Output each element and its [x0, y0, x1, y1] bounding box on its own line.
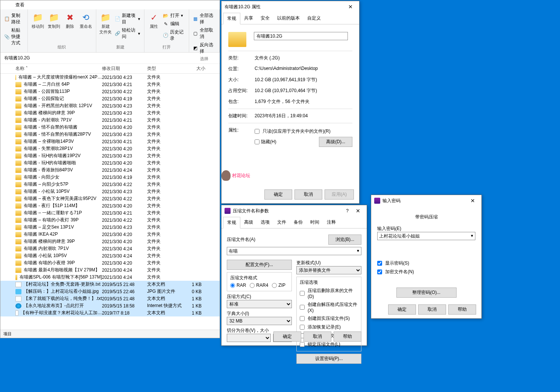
file-row[interactable]: 有喵酱 楼梯间的肆意 39P2021/3/30 4:20文件夹 [0, 238, 220, 245]
opt-solid[interactable] [300, 316, 305, 321]
tab-4[interactable]: 备份 [290, 217, 307, 229]
show-password-checkbox[interactable] [377, 261, 382, 266]
file-row[interactable]: 有喵酱 - 香港旅拍84P3V2021/3/30 4:24文件夹 [0, 166, 220, 174]
copy-to-button[interactable]: 📁复制到 [46, 11, 62, 30]
tab-4[interactable]: 自定义 [304, 13, 325, 24]
file-row[interactable]: 【村花论坛】全免费-无套路-更新快.txt2019/5/15 21:48文本文档… [0, 281, 220, 288]
opt-sfx[interactable] [300, 305, 305, 310]
file-row[interactable]: 【来了就能下载的论坛，纯免费！】.txt2019/5/15 21:48文本文档1… [0, 295, 220, 302]
ok-button[interactable]: 确定 [273, 331, 301, 342]
cancel-button[interactable]: 取消 [294, 189, 322, 200]
tab-2[interactable]: 选项 [257, 217, 273, 229]
copy-path[interactable]: 📋复制路径 [3, 12, 25, 26]
file-row[interactable]: 【有种子却没速度？来村花论坛人工加…2019/7/7 8:18文本文档1 KB [0, 309, 220, 316]
format-zip[interactable]: ZIP [272, 283, 285, 288]
file-row[interactable]: 有喵酱 – 一緒に運動する71P2021/3/30 4:21文件夹 [0, 209, 220, 216]
column-size[interactable]: 大小 [187, 65, 205, 72]
file-row[interactable]: 有喵酱SPL-006 有喵型靴下本[56P 137M]2021/3/30 4:2… [0, 274, 220, 281]
breadcrumb[interactable]: 有喵酱10.2G [0, 53, 220, 64]
select-none[interactable]: ▢全部取消 [191, 26, 217, 41]
file-row[interactable]: 有喵酱 - 内射潮吹 7P1V2021/3/30 4:21文件夹 [0, 117, 220, 124]
column-date[interactable]: 修改日期 [102, 65, 147, 72]
file-row[interactable]: 有喵酱 - 开档黑丝内射潮吹 12P1V2021/3/30 4:23文件夹 [0, 102, 220, 109]
dict-select[interactable]: 32 MB [227, 317, 292, 325]
dropdown-icon[interactable]: ▾ [357, 248, 359, 253]
readonly-checkbox[interactable] [255, 129, 260, 134]
cancel-button[interactable]: 取消 [418, 304, 446, 315]
delete-button[interactable]: ✖删除 [62, 11, 77, 30]
help-button[interactable]: 帮助 [448, 304, 476, 315]
file-row[interactable]: 有喵酱 – 足交Sex 13P1V2021/3/30 4:23文件夹 [0, 224, 220, 231]
invert-selection[interactable]: ◩反向选择 [191, 41, 217, 55]
file-row[interactable]: 有喵酱 - 情不自禁的有喵酱2021/3/30 4:20文件夹 [0, 124, 220, 131]
close-button[interactable]: ✕ [352, 208, 364, 214]
new-folder-button[interactable]: 📁新建 文件夹 [99, 11, 112, 41]
file-row[interactable]: 有喵酱 IKEA 42P2021/3/30 4:20文件夹 [0, 231, 220, 238]
select-all[interactable]: ▦全部选择 [191, 12, 217, 26]
tab-0[interactable]: 常规 [223, 13, 240, 24]
open-item[interactable]: 📂打开 ▾ [161, 12, 187, 20]
easy-access[interactable]: 🔗轻松访问 ▾ [113, 26, 142, 41]
file-row[interactable]: 有喵酱 - 小松鼠 10P5V2021/3/30 4:23文件夹 [0, 188, 220, 195]
new-item[interactable]: 📄新建项目 ▾ [113, 12, 142, 26]
file-row[interactable]: 有喵酱 - 夜行【51P 114M】2021/3/30 4:20文件夹 [0, 202, 220, 209]
file-row[interactable]: 有喵酱 有喵的小夜燈 39P2021/3/30 4:20文件夹 [0, 259, 220, 266]
tab-6[interactable]: 注释 [323, 217, 340, 229]
file-row[interactable]: 有喵酱 内射潮吹 7P1V2021/3/30 4:24文件夹 [0, 245, 220, 252]
tab-2[interactable]: 安全 [257, 13, 273, 24]
archive-name-input[interactable] [227, 247, 361, 255]
ribbon-tab-view[interactable]: 查看 [12, 0, 28, 10]
tab-0[interactable]: 常规 [223, 217, 240, 229]
method-select[interactable]: 标准 [227, 300, 292, 308]
file-list[interactable]: 有喵酱 – 大尺度坡璃管撞爆粉nenX 24P…2021/3/30 4:23文件… [0, 74, 220, 333]
file-row[interactable]: 有喵酱 - 玩H的有喵酱啪啪2021/3/30 4:20文件夹 [0, 159, 220, 166]
folder-name-input[interactable] [254, 32, 348, 40]
paste-shortcut[interactable]: 📎粘贴快捷方式 [3, 26, 25, 47]
file-row[interactable]: 有喵酱 – 全裸啪啪14P3V2021/3/30 4:21文件夹 [0, 138, 220, 145]
file-row[interactable]: 有喵酱 - 情不自禁的有喵酱28P7V2021/3/30 4:23文件夹 [0, 131, 220, 138]
format-rar4[interactable]: RAR4 [250, 283, 268, 288]
hidden-checkbox[interactable] [255, 139, 260, 144]
close-button[interactable]: ✕ [345, 4, 356, 10]
close-button[interactable]: ✕ [467, 198, 478, 204]
file-row[interactable]: 有喵酱 最新4月啪啪视频【1V 279M】2021/3/30 4:24文件夹 [0, 266, 220, 274]
properties-button[interactable]: ✓属性 [147, 11, 160, 42]
file-row[interactable]: 有喵酱 - 向阳少女2021/3/30 4:19文件夹 [0, 174, 220, 181]
dropdown-icon[interactable]: ▾ [471, 233, 473, 238]
ok-button[interactable]: 确定 [388, 304, 416, 315]
set-password-button[interactable]: 设置密码(P)... [296, 354, 361, 364]
tab-5[interactable]: 时间 [307, 217, 323, 229]
organize-passwords-button[interactable]: 整理密码(O)... [396, 288, 457, 298]
file-row[interactable]: 有喵酱 - 公园冒险113P2021/3/30 4:22文件夹 [0, 88, 220, 95]
encrypt-names-checkbox[interactable] [377, 269, 382, 274]
tab-3[interactable]: 以前的版本 [273, 13, 304, 24]
file-row[interactable]: 【解压码：】上村花论坛看小姐姐.jpg2019/5/15 22:46JPG 图片… [0, 288, 220, 295]
file-row[interactable]: 有喵酱 楼梯间的肆意 39P2021/3/30 4:23文件夹 [0, 109, 220, 117]
opt-delete[interactable] [300, 291, 305, 296]
file-row[interactable]: 【永久地址发布页】-点此打开2019/5/15 18:58Internet 快捷… [0, 302, 220, 309]
rename-button[interactable]: ⟲重命名 [78, 11, 94, 30]
update-mode-select[interactable]: 添加并替换文件 [296, 266, 361, 274]
file-row[interactable]: 有喵酱 - 玩H的有喵酱19P2V2021/3/30 4:23文件夹 [0, 152, 220, 159]
move-to-button[interactable]: 📁移动到 [30, 11, 46, 30]
column-name[interactable]: 名称 ˄ [15, 65, 102, 72]
advanced-button[interactable]: 高级(D)... [319, 137, 352, 147]
titlebar[interactable]: 压缩文件名和参数 ? ✕ [222, 205, 367, 216]
file-row[interactable]: 有喵酱 – 夜色下女神完美露出95P2V2021/3/30 4:22文件夹 [0, 195, 220, 202]
cancel-button[interactable]: 取消 [304, 331, 331, 342]
file-row[interactable]: 有喵酱 – 二月白丝 64P2021/3/30 4:21文件夹 [0, 81, 220, 88]
profiles-button[interactable]: 配置文件(F)... [227, 260, 292, 270]
apply-button[interactable]: 应用(A) [325, 189, 354, 200]
format-rar[interactable]: RAR [230, 283, 246, 288]
tab-3[interactable]: 文件 [273, 217, 290, 229]
ok-button[interactable]: 确定 [264, 189, 292, 200]
help-icon[interactable]: ? [346, 208, 349, 213]
titlebar[interactable]: 输入密码 ✕ [371, 195, 481, 206]
password-input[interactable] [377, 232, 475, 240]
column-type[interactable]: 类型 [147, 65, 187, 72]
history-item[interactable]: 🕐历史记录 [161, 28, 187, 42]
tab-1[interactable]: 共享 [240, 13, 257, 24]
file-row[interactable]: 有喵酱 - 公园探险记2021/3/30 4:19文件夹 [0, 95, 220, 102]
file-row[interactable]: 有喵酱 – 有喵的小夜灯 39P2021/3/30 4:22文件夹 [0, 216, 220, 224]
tab-1[interactable]: 高级 [240, 217, 257, 229]
